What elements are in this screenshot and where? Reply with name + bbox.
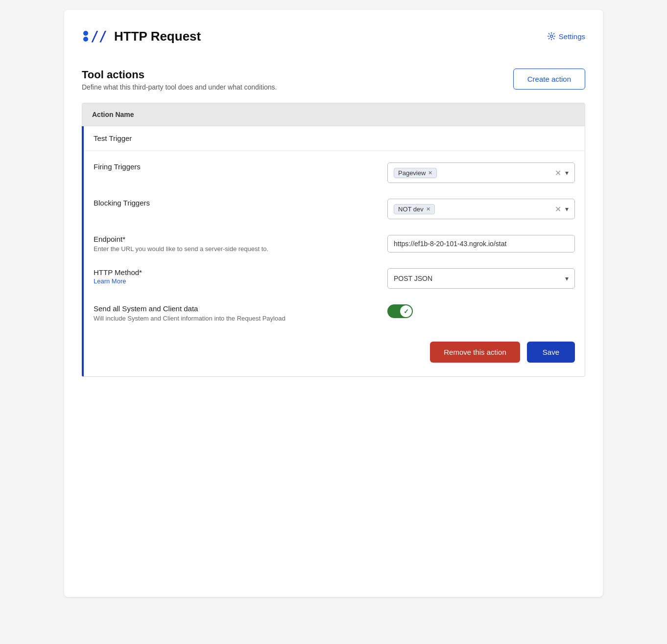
firing-triggers-select[interactable]: Pageview ✕ ✕ ▾: [387, 162, 575, 183]
action-body: Firing Triggers Pageview ✕ ✕ ▾: [84, 151, 585, 376]
endpoint-sublabel: Enter the URL you would like to send a s…: [94, 245, 378, 253]
section-title-group: Tool actions Define what this third-part…: [82, 69, 277, 91]
send-data-sublabel: Will include System and Client informati…: [94, 315, 378, 322]
endpoint-label-col: Endpoint* Enter the URL you would like t…: [94, 235, 378, 253]
blocking-triggers-dropdown-icon[interactable]: ▾: [565, 205, 569, 213]
remove-action-button[interactable]: Remove this action: [430, 342, 520, 363]
blocking-triggers-select[interactable]: NOT dev ✕ ✕ ▾: [387, 199, 575, 219]
http-method-input-col: POST JSON ▾: [387, 268, 575, 289]
send-data-label: Send all System and Client data: [94, 304, 378, 313]
toggle-thumb: ✓: [400, 305, 412, 317]
table-header: Action Name: [82, 103, 585, 126]
toggle-track: ✓: [387, 304, 413, 318]
endpoint-input-col: [387, 235, 575, 253]
http-method-label: HTTP Method*: [94, 268, 378, 276]
firing-trigger-tag: Pageview ✕: [394, 168, 437, 178]
toggle-check-icon: ✓: [404, 308, 409, 315]
firing-trigger-tag-text: Pageview: [398, 169, 426, 177]
page-container: // HTTP Request Settings Tool actions De…: [64, 10, 603, 597]
svg-point-1: [83, 37, 88, 42]
svg-point-0: [83, 31, 88, 36]
endpoint-input[interactable]: [387, 235, 575, 253]
send-data-toggle[interactable]: ✓: [387, 304, 413, 318]
table-column-header: Action Name: [92, 111, 134, 118]
blocking-triggers-label-col: Blocking Triggers: [94, 199, 378, 207]
firing-triggers-input-col: Pageview ✕ ✕ ▾: [387, 162, 575, 183]
learn-more-link[interactable]: Learn More: [94, 277, 126, 285]
firing-triggers-label: Firing Triggers: [94, 162, 378, 171]
svg-text://: //: [91, 28, 107, 45]
firing-triggers-dropdown-icon[interactable]: ▾: [565, 169, 569, 177]
firing-triggers-select-actions: ✕ ▾: [555, 168, 569, 178]
blocking-triggers-clear-icon[interactable]: ✕: [555, 205, 561, 214]
svg-point-3: [550, 35, 552, 38]
firing-trigger-tag-close[interactable]: ✕: [428, 170, 432, 176]
blocking-triggers-label: Blocking Triggers: [94, 199, 378, 207]
action-name: Test Trigger: [84, 126, 585, 151]
settings-label: Settings: [559, 32, 585, 41]
header-left: // HTTP Request: [82, 23, 201, 49]
http-method-label-col: HTTP Method* Learn More: [94, 268, 378, 285]
firing-triggers-label-col: Firing Triggers: [94, 162, 378, 171]
send-data-label-col: Send all System and Client data Will inc…: [94, 304, 378, 322]
firing-triggers-row: Firing Triggers Pageview ✕ ✕ ▾: [94, 162, 575, 183]
action-buttons: Remove this action Save: [94, 342, 575, 363]
action-card: Test Trigger Firing Triggers Pageview ✕: [82, 126, 585, 377]
blocking-trigger-tag-text: NOT dev: [398, 206, 424, 213]
page-title: HTTP Request: [114, 29, 201, 44]
blocking-triggers-input-col: NOT dev ✕ ✕ ▾: [387, 199, 575, 219]
section-header: Tool actions Define what this third-part…: [82, 69, 585, 91]
gear-icon: [547, 32, 556, 41]
save-button[interactable]: Save: [527, 342, 575, 363]
blocking-triggers-row: Blocking Triggers NOT dev ✕ ✕ ▾: [94, 199, 575, 219]
section-title: Tool actions: [82, 69, 277, 81]
http-method-select[interactable]: POST JSON ▾: [387, 268, 575, 289]
blocking-trigger-tag: NOT dev ✕: [394, 204, 435, 214]
section-description: Define what this third-party tool does a…: [82, 83, 277, 91]
send-data-row: Send all System and Client data Will inc…: [94, 304, 575, 322]
firing-triggers-clear-icon[interactable]: ✕: [555, 168, 561, 178]
blocking-trigger-tag-close[interactable]: ✕: [426, 206, 430, 212]
header: // HTTP Request Settings: [64, 10, 603, 59]
http-method-value: POST JSON: [394, 275, 432, 282]
endpoint-row: Endpoint* Enter the URL you would like t…: [94, 235, 575, 253]
main-content: Tool actions Define what this third-part…: [64, 59, 603, 396]
http-method-dropdown-icon: ▾: [565, 275, 569, 282]
create-action-button[interactable]: Create action: [513, 69, 585, 90]
http-method-row: HTTP Method* Learn More POST JSON ▾: [94, 268, 575, 289]
endpoint-label: Endpoint*: [94, 235, 378, 243]
settings-link[interactable]: Settings: [547, 32, 585, 41]
blocking-triggers-select-actions: ✕ ▾: [555, 205, 569, 214]
logo-icon: //: [82, 23, 107, 49]
send-data-toggle-col: ✓: [387, 304, 575, 318]
